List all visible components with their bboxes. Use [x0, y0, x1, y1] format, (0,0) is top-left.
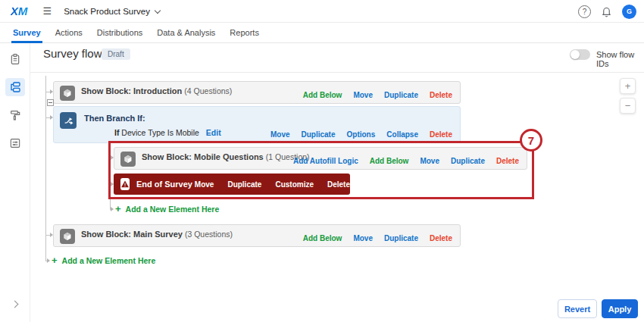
survey-builder-clipboard-icon[interactable] — [5, 50, 25, 68]
apply-button[interactable]: Apply — [602, 299, 638, 318]
block-title: Show Block: Introduction — [81, 86, 182, 95]
chevron-down-icon — [155, 7, 161, 13]
plus-icon: + — [115, 204, 121, 214]
branch-icon — [60, 112, 77, 129]
condition-text: Device Type Is Mobile — [121, 128, 199, 137]
end-of-survey-block[interactable]: End of Survey Move Duplicate Customize D… — [114, 174, 350, 195]
edit-condition-link[interactable]: Edit — [206, 128, 221, 137]
customize-link[interactable]: Customize — [275, 180, 314, 189]
branch-collapse-toggle[interactable] — [47, 99, 54, 106]
add-below-link[interactable]: Add Below — [303, 91, 342, 99]
block-cube-icon — [60, 229, 75, 244]
arrow-icon — [111, 207, 114, 211]
header-divider — [30, 72, 644, 73]
survey-flow-icon[interactable] — [5, 78, 25, 96]
tab-data-analysis[interactable]: Data & Analysis — [157, 23, 215, 43]
collapse-link[interactable]: Collapse — [386, 130, 418, 139]
end-of-survey-title: End of Survey — [136, 180, 195, 189]
add-new-element-outer[interactable]: + Add a New Element Here — [52, 255, 155, 265]
branch-condition: If Device Type Is Mobile Edit — [114, 128, 221, 137]
tab-distributions[interactable]: Distributions — [97, 23, 143, 43]
block-actions: Add Below Move Duplicate Delete — [303, 91, 452, 99]
duplicate-link[interactable]: Duplicate — [384, 234, 418, 242]
block-cube-icon — [60, 86, 75, 101]
hamburger-menu-icon[interactable]: ☰ — [43, 6, 52, 16]
move-link[interactable]: Move — [420, 157, 439, 165]
block-actions: Add Below Move Duplicate Delete — [303, 234, 452, 242]
block-actions: Add Autofill Logic Add Below Move Duplic… — [293, 157, 519, 165]
toggle-knob — [571, 50, 580, 59]
revert-button[interactable]: Revert — [558, 299, 597, 318]
show-flow-ids-label: Show flow IDs — [596, 50, 644, 68]
branch-title: Then Branch If: — [84, 114, 145, 123]
page-title: Survey flow — [43, 47, 102, 60]
block-main-survey[interactable]: Show Block: Main Survey (3 Questions) Ad… — [53, 224, 461, 247]
add-below-link[interactable]: Add Below — [370, 157, 409, 165]
show-flow-ids-toggle[interactable] — [570, 49, 590, 60]
survey-name-label: Snack Product Survey — [64, 7, 150, 16]
move-link[interactable]: Move — [195, 180, 214, 189]
delete-link[interactable]: Delete — [430, 130, 452, 139]
delete-link[interactable]: Delete — [430, 91, 452, 99]
move-link[interactable]: Move — [353, 234, 373, 242]
duplicate-link[interactable]: Duplicate — [384, 91, 418, 99]
tab-actions[interactable]: Actions — [55, 23, 83, 43]
add-new-element-inner[interactable]: + Add a New Element Here — [115, 204, 219, 214]
zoom-in-button[interactable]: + — [620, 78, 636, 94]
add-element-label: Add a New Element Here — [126, 205, 220, 214]
branch-block[interactable]: Then Branch If: If Device Type Is Mobile… — [53, 106, 461, 143]
user-avatar[interactable]: G — [622, 5, 636, 19]
top-bar: XM ☰ Snack Product Survey ? G — [0, 0, 644, 23]
end-of-survey-actions: Move Duplicate Customize Delete — [195, 180, 350, 189]
zoom-out-button[interactable]: − — [620, 98, 636, 114]
block-mobile-questions[interactable]: Show Block: Mobile Questions (1 Question… — [114, 147, 527, 170]
plus-icon: + — [52, 255, 58, 265]
block-title: Show Block: Mobile Questions — [142, 152, 264, 161]
topbar-right: ? G — [578, 0, 636, 23]
flow-tree-line-inner — [110, 143, 111, 210]
tab-reports[interactable]: Reports — [230, 23, 259, 43]
help-icon[interactable]: ? — [578, 5, 591, 18]
warning-icon — [120, 178, 130, 190]
duplicate-link[interactable]: Duplicate — [227, 180, 261, 189]
move-link[interactable]: Move — [270, 130, 290, 139]
notification-bell-icon[interactable] — [601, 6, 612, 17]
duplicate-link[interactable]: Duplicate — [302, 130, 336, 139]
block-introduction[interactable]: Show Block: Introduction (4 Questions) A… — [53, 81, 461, 104]
duplicate-link[interactable]: Duplicate — [451, 157, 485, 165]
branch-actions: Move Duplicate Options Collapse Delete — [270, 130, 452, 139]
block-question-count: (3 Questions) — [185, 230, 233, 239]
nav-tab-bar: Survey Actions Distributions Data & Anal… — [0, 23, 644, 43]
add-autofill-logic-link[interactable]: Add Autofill Logic — [293, 157, 358, 165]
look-and-feel-roller-icon[interactable] — [5, 106, 25, 124]
annotation-number-badge: 7 — [520, 129, 542, 152]
draft-status-badge: Draft — [102, 48, 130, 60]
delete-link[interactable]: Delete — [327, 180, 350, 189]
block-question-count: (4 Questions) — [184, 86, 232, 95]
condition-prefix: If — [114, 128, 119, 137]
block-cube-icon — [120, 152, 136, 167]
flow-tree-line-outer — [45, 76, 46, 261]
left-sidebar — [0, 43, 30, 322]
survey-name-dropdown[interactable]: Snack Product Survey — [64, 7, 160, 16]
tab-survey[interactable]: Survey — [13, 23, 41, 43]
survey-options-icon[interactable] — [5, 134, 25, 152]
move-link[interactable]: Move — [353, 91, 373, 99]
delete-link[interactable]: Delete — [430, 234, 452, 242]
xm-logo: XM — [11, 5, 28, 17]
block-title: Show Block: Main Survey — [81, 230, 183, 239]
add-below-link[interactable]: Add Below — [303, 234, 342, 242]
arrow-icon — [47, 258, 50, 263]
add-element-label: Add a New Element Here — [62, 256, 156, 265]
delete-link[interactable]: Delete — [496, 157, 519, 165]
survey-flow-page: XM ☰ Snack Product Survey ? G Survey Act… — [0, 0, 644, 322]
options-link[interactable]: Options — [347, 130, 376, 139]
